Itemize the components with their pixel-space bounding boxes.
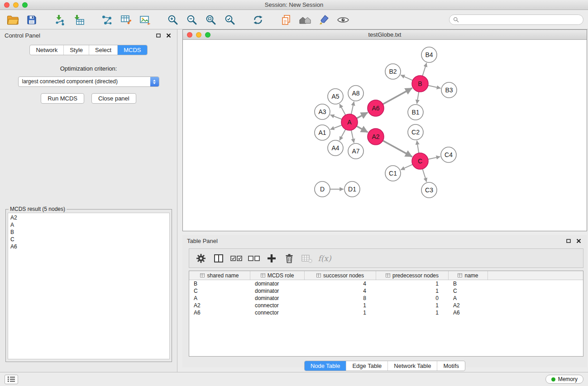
graph-node-D1[interactable]: D1 — [344, 181, 360, 197]
table-settings-button[interactable] — [193, 251, 209, 266]
graph-node-A5[interactable]: A5 — [328, 89, 343, 104]
graph-node-A4[interactable]: A4 — [328, 140, 343, 156]
tab-motifs[interactable]: Motifs — [437, 361, 465, 371]
delete-table-button[interactable] — [299, 251, 315, 266]
table-row[interactable]: Adominator80A — [189, 295, 583, 302]
network-graph[interactable]: B4B2BB3A5A8A6B1A3AC2A1A2A4A7C4CC1C3DD1 — [183, 40, 587, 230]
tab-node-table[interactable]: Node Table — [305, 361, 346, 371]
graph-node-B1[interactable]: B1 — [408, 105, 423, 120]
graph-node-A8[interactable]: A8 — [348, 86, 363, 101]
graph-node-B2[interactable]: B2 — [385, 64, 401, 79]
copy-button[interactable] — [278, 12, 294, 28]
graph-node-A1[interactable]: A1 — [315, 125, 330, 140]
panel-list-button[interactable] — [5, 375, 18, 384]
graph-edge-B-B4[interactable] — [422, 63, 426, 76]
column-header[interactable]: shared name — [189, 271, 250, 280]
tab-network[interactable]: Network — [30, 45, 63, 55]
network-maximize-button[interactable] — [205, 32, 210, 38]
network-close-button[interactable] — [187, 32, 192, 38]
new-network-button[interactable] — [99, 12, 115, 28]
column-header[interactable]: name — [449, 271, 488, 280]
column-header[interactable]: MCDS role — [250, 271, 305, 280]
column-header[interactable]: successor nodes — [305, 271, 376, 280]
graph-edge-B-B2[interactable] — [401, 75, 412, 81]
graph-edge-B-B3[interactable] — [428, 86, 441, 88]
undock-panel-button[interactable] — [154, 31, 163, 39]
graph-node-C3[interactable]: C3 — [421, 182, 437, 198]
graph-node-C2[interactable]: C2 — [408, 124, 423, 140]
show-columns-button[interactable] — [210, 251, 227, 266]
table-row[interactable]: A6connector11A6 — [189, 309, 583, 316]
result-item[interactable]: A2 — [10, 214, 167, 221]
search-input[interactable] — [461, 17, 579, 23]
select-all-columns-button[interactable] — [228, 251, 244, 266]
import-table-button[interactable] — [71, 12, 87, 28]
show-hide-button[interactable] — [335, 12, 351, 28]
mcds-result-list[interactable]: A2ABCA6 — [8, 213, 170, 359]
column-header[interactable]: predecessor nodes — [376, 271, 449, 280]
annotation-button[interactable] — [316, 12, 332, 28]
tab-mcds[interactable]: MCDS — [117, 45, 147, 55]
search-field[interactable] — [449, 14, 583, 25]
graph-node-B4[interactable]: B4 — [421, 47, 437, 62]
result-item[interactable]: A6 — [10, 243, 167, 250]
result-item[interactable]: B — [10, 229, 167, 236]
graph-edge-A-A7[interactable] — [351, 130, 354, 143]
graph-edge-C-C4[interactable] — [428, 157, 440, 159]
graph-edge-A-A1[interactable] — [330, 125, 342, 129]
graph-edge-A6-B[interactable] — [383, 88, 412, 105]
graph-edge-C-C2[interactable] — [417, 141, 419, 153]
network-canvas[interactable]: B4B2BB3A5A8A6B1A3AC2A1A2A4A7C4CC1C3DD1 — [183, 40, 587, 230]
graph-node-C4[interactable]: C4 — [441, 147, 456, 162]
result-item[interactable]: A — [10, 221, 167, 229]
table-row[interactable]: A2connector11A2 — [189, 302, 583, 309]
graph-edge-A-A6[interactable] — [357, 112, 368, 118]
deselect-all-columns-button[interactable] — [246, 251, 262, 266]
close-mcds-panel-button[interactable]: Close panel — [91, 93, 136, 104]
apply-layout-button[interactable] — [250, 12, 266, 28]
zoom-out-button[interactable] — [184, 12, 200, 28]
function-builder-button[interactable]: f(x) — [316, 251, 333, 266]
run-mcds-button[interactable]: Run MCDS — [41, 93, 84, 104]
graph-node-D[interactable]: D — [315, 181, 330, 197]
save-session-button[interactable] — [24, 12, 40, 28]
graph-edge-A-A8[interactable] — [351, 102, 354, 114]
graph-node-A3[interactable]: A3 — [315, 104, 330, 119]
close-window-button[interactable] — [4, 2, 10, 8]
graph-node-A[interactable]: A — [341, 114, 358, 130]
undock-table-panel-button[interactable] — [564, 237, 573, 245]
minimize-window-button[interactable] — [13, 2, 19, 8]
open-file-button[interactable] — [5, 12, 21, 28]
table-row[interactable]: Bdominator41B — [189, 280, 583, 287]
first-neighbors-button[interactable] — [297, 12, 313, 28]
memory-button[interactable]: Memory — [545, 375, 583, 384]
zoom-selected-button[interactable] — [222, 12, 238, 28]
graph-edge-A-A2[interactable] — [357, 126, 368, 133]
zoom-fit-button[interactable] — [203, 12, 219, 28]
tab-edge-table[interactable]: Edge Table — [346, 361, 387, 371]
close-table-panel-button[interactable] — [574, 237, 583, 245]
tab-select[interactable]: Select — [89, 45, 117, 55]
graph-node-A6[interactable]: A6 — [368, 100, 384, 116]
zoom-in-button[interactable] — [165, 12, 181, 28]
graph-node-A2[interactable]: A2 — [368, 129, 384, 145]
graph-node-B[interactable]: B — [412, 76, 428, 92]
optimization-criterion-select[interactable]: largest connected component (directed) — [18, 76, 159, 87]
graph-edge-B-B1[interactable] — [417, 92, 419, 104]
tab-style[interactable]: Style — [63, 45, 89, 55]
import-network-button[interactable] — [52, 12, 68, 28]
network-minimize-button[interactable] — [196, 32, 201, 38]
close-panel-button[interactable] — [164, 31, 172, 39]
graph-edge-A2-C[interactable] — [383, 141, 412, 157]
new-network-from-table-button[interactable] — [118, 12, 134, 28]
result-item[interactable]: C — [10, 236, 167, 243]
create-column-button[interactable] — [263, 251, 280, 266]
graph-node-A7[interactable]: A7 — [348, 143, 363, 159]
graph-node-C[interactable]: C — [412, 153, 428, 169]
table-row[interactable]: Cdominator41C — [189, 287, 583, 295]
graph-edge-A-A4[interactable] — [339, 129, 345, 140]
maximize-window-button[interactable] — [22, 2, 28, 8]
graph-edge-A-A5[interactable] — [339, 104, 345, 115]
delete-column-button[interactable] — [281, 251, 297, 266]
graph-node-C1[interactable]: C1 — [385, 166, 401, 181]
